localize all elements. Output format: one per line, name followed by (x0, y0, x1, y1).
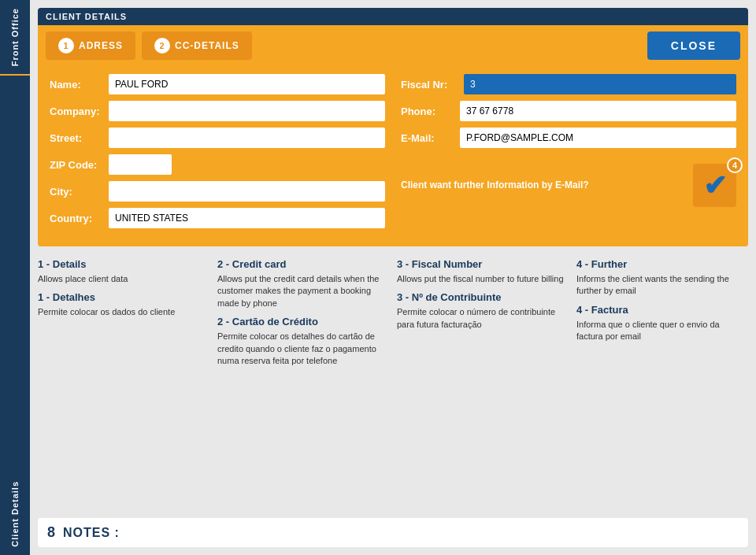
main-content: CLIENT DETAILS 1 ADRESS 2 CC-DETAILS CLO… (30, 0, 756, 555)
fiscal-label: Fiscal Nr: (401, 79, 464, 91)
info-title-1: 1 - Details (38, 258, 209, 270)
info-desc-pt-2: Permite colocar os detalhes do cartão de… (217, 331, 389, 367)
email-row: E-Mail: (401, 128, 736, 148)
phone-row: Phone: (401, 101, 736, 121)
sidebar-bottom-label: Client Details (10, 76, 20, 555)
left-column: Name: Company: Street: ZIP Code: (50, 74, 385, 235)
close-button[interactable]: CLOSE (647, 31, 740, 60)
info-block-1: 1 - Details Allows place client data 1 -… (38, 258, 209, 510)
info-desc-pt-1: Permite colocar os dados do cliente (38, 306, 209, 318)
street-input[interactable] (109, 128, 385, 148)
company-label: Company: (50, 105, 109, 117)
notes-num: 8 (47, 524, 55, 541)
info-desc-pt-3: Permite colocar o número de contribuinte… (397, 306, 569, 331)
panel-header: CLIENT DETAILS (38, 8, 748, 25)
client-panel: CLIENT DETAILS 1 ADRESS 2 CC-DETAILS CLO… (38, 8, 748, 246)
fiscal-input[interactable] (464, 74, 736, 94)
right-column: Fiscal Nr: Phone: E-Mail: Client want fu… (401, 74, 736, 235)
email-label: E-Mail: (401, 132, 460, 144)
street-label: Street: (50, 132, 109, 144)
info-block-4: 4 - Further Informs the client wants the… (576, 258, 748, 510)
info-title-pt-3: 3 - Nº de Contribuinte (397, 291, 569, 303)
info-title-pt-4: 4 - Factura (576, 304, 748, 316)
info-title-4: 4 - Further (576, 258, 748, 270)
tab2-num: 2 (154, 38, 170, 54)
info-block-3: 3 - Fiscal Number Allows put the fiscal … (397, 258, 569, 510)
form-grid: Name: Company: Street: ZIP Code: (50, 74, 736, 235)
info-block-2: 2 - Credit card Allows put the credit ca… (217, 258, 389, 510)
name-input[interactable] (109, 74, 385, 94)
tab-adress[interactable]: 1 ADRESS (46, 31, 135, 60)
street-row: Street: (50, 128, 385, 148)
city-row: City: (50, 181, 385, 202)
country-input[interactable] (109, 208, 385, 228)
city-label: City: (50, 186, 109, 198)
info-title-3: 3 - Fiscal Number (397, 258, 569, 270)
notes-label: NOTES : (63, 526, 120, 540)
country-label: Country: (50, 213, 109, 224)
zip-row: ZIP Code: (50, 154, 385, 175)
company-row: Company: (50, 101, 385, 121)
tab-cc-details[interactable]: 2 CC-DETAILS (142, 31, 252, 60)
country-row: Country: (50, 208, 385, 228)
tab1-label: ADRESS (79, 40, 123, 51)
panel-tabs: 1 ADRESS 2 CC-DETAILS CLOSE (38, 25, 748, 66)
sidebar: Front Office Client Details (0, 0, 30, 555)
info-desc-3: Allows put the fiscal number to future b… (397, 273, 569, 285)
info-title-pt-2: 2 - Cartão de Crédito (217, 316, 389, 327)
email-input[interactable] (460, 128, 736, 148)
checkmark-icon: ✔ (703, 169, 727, 202)
name-row: Name: (50, 74, 385, 94)
company-input[interactable] (109, 101, 385, 121)
info-desc-pt-4: Informa que o cliente quer o envio da fa… (576, 319, 748, 343)
phone-input[interactable] (460, 101, 736, 121)
fiscal-row: Fiscal Nr: (401, 74, 736, 94)
info-desc-2: Allows put the credit card details when … (217, 273, 389, 309)
checkbox-badge: 4 (727, 157, 743, 173)
name-label: Name: (50, 79, 109, 91)
info-title-2: 2 - Credit card (217, 258, 389, 270)
further-info-checkbox[interactable]: 4 ✔ (693, 164, 736, 207)
zip-input[interactable] (109, 154, 172, 175)
info-title-pt-1: 1 - Detalhes (38, 291, 209, 303)
info-desc-1: Allows place client data (38, 273, 209, 285)
tab2-label: CC-DETAILS (175, 40, 239, 51)
email-question-section: Client want further Information by E-Mai… (401, 164, 736, 207)
email-question-text: Client want further Information by E-Mai… (401, 179, 693, 192)
tab1-num: 1 (58, 38, 74, 54)
info-section: 1 - Details Allows place client data 1 -… (38, 258, 748, 510)
form-area: Name: Company: Street: ZIP Code: (38, 66, 748, 246)
city-input[interactable] (109, 181, 385, 202)
zip-label: ZIP Code: (50, 159, 109, 171)
info-desc-4: Informs the client wants the sending the… (576, 273, 748, 298)
phone-label: Phone: (401, 105, 460, 117)
sidebar-top-label: Front Office (10, 0, 20, 74)
notes-footer: 8 NOTES : (38, 518, 748, 547)
